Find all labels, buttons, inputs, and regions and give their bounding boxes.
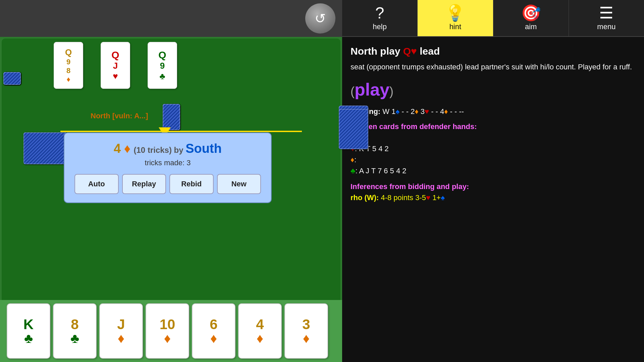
aim-label: aim xyxy=(525,22,537,31)
hand-card-j-diamonds[interactable]: J ♦ xyxy=(99,303,143,359)
north-label: North [vuln: A...] xyxy=(91,112,148,120)
right-panel: ? help 💡 hint 🎯 aim ☰ menu North play Q♥… xyxy=(342,0,644,362)
dialog-buttons: Auto Replay Rebid New xyxy=(74,174,261,194)
help-icon: ? xyxy=(375,5,384,21)
replay-button[interactable]: Replay xyxy=(122,174,166,194)
hint-icon: 💡 xyxy=(445,5,465,21)
new-button[interactable]: New xyxy=(217,174,261,194)
help-label: help xyxy=(373,22,387,31)
hand-card-8-clubs[interactable]: 8 ♣ xyxy=(53,303,97,359)
rebid-button[interactable]: Rebid xyxy=(169,174,214,194)
menu-nav-btn[interactable]: ☰ menu xyxy=(569,0,644,36)
north-card-1-rank: Q xyxy=(65,47,72,58)
bidding-section: Bidding: W 1♠ - - 2♦ 3♥ - - 4♦ - - -- xyxy=(351,106,636,117)
auto-button[interactable]: Auto xyxy=(74,174,119,194)
played-card xyxy=(163,104,180,130)
dialog-title: 4 ♦ (10 tricks) by South xyxy=(74,141,261,156)
dialog-tricks-made: tricks made: 3 xyxy=(74,159,261,167)
rho-line: rho (W): 4-8 points 3-5♥ 1+♠ xyxy=(351,192,636,203)
replay-circle-button[interactable]: ↺ xyxy=(305,3,335,34)
help-nav-btn[interactable]: ? help xyxy=(342,0,418,36)
game-area: ↺ Q 9 8 ♦ Q J ♥ Q 9 ♣ xyxy=(0,0,342,362)
hand-card-4-diamonds[interactable]: 4 ♦ xyxy=(238,303,282,359)
unseen-label: Unseen cards from defender hands: xyxy=(351,121,636,132)
turn-indicator-line xyxy=(60,131,302,132)
diamond-unseen: ♦: xyxy=(351,154,636,165)
info-play-link: (play) xyxy=(351,76,636,103)
north-card-3: Q 9 ♣ xyxy=(148,42,177,89)
info-panel: North play Q♥ lead seat (opponent trumps… xyxy=(342,37,644,362)
top-bar: ↺ xyxy=(0,0,342,37)
hint-nav-btn[interactable]: 💡 hint xyxy=(418,0,493,36)
heart-unseen: ♥: K T 5 4 2 xyxy=(351,143,636,154)
spade-unseen: ♠: 8 xyxy=(351,132,636,143)
player-hand: K ♣ 8 ♣ J ♦ 10 ♦ 6 ♦ 4 ♦ 3 ♦ xyxy=(0,300,342,362)
north-card-1: Q 9 8 ♦ xyxy=(54,42,83,89)
aim-icon: 🎯 xyxy=(521,5,541,21)
club-unseen: ♣: A J T 7 6 5 4 2 xyxy=(351,165,636,176)
menu-icon: ☰ xyxy=(599,5,613,21)
info-title: North play Q♥ lead xyxy=(351,44,636,59)
north-card-2: Q J ♥ xyxy=(101,42,130,89)
east-card xyxy=(339,109,368,149)
info-body: seat (opponent trumps exhausted) lead pa… xyxy=(351,61,636,72)
result-dialog: 4 ♦ (10 tricks) by South tricks made: 3 … xyxy=(64,132,272,203)
west-card xyxy=(3,72,21,85)
hand-card-10-diamonds[interactable]: 10 ♦ xyxy=(146,303,189,359)
hand-card-6-diamonds[interactable]: 6 ♦ xyxy=(192,303,235,359)
nav-buttons: ? help 💡 hint 🎯 aim ☰ menu xyxy=(342,0,644,37)
inferences-label: Inferences from bidding and play: xyxy=(351,181,636,192)
hand-card-k-clubs[interactable]: K ♣ xyxy=(7,303,50,359)
menu-label: menu xyxy=(597,22,615,31)
hint-label: hint xyxy=(449,22,461,31)
hand-card-3-diamonds[interactable]: 3 ♦ xyxy=(284,303,328,359)
trick-pile xyxy=(23,132,67,164)
aim-nav-btn[interactable]: 🎯 aim xyxy=(493,0,569,36)
